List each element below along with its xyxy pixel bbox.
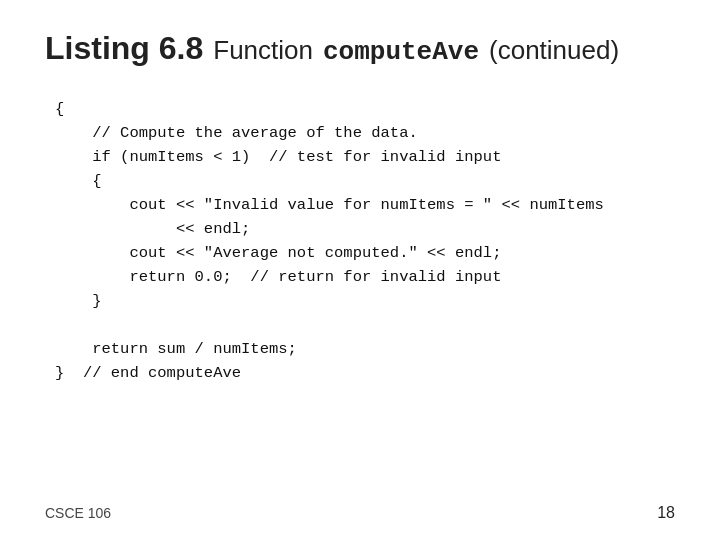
code-line: } <box>55 289 675 313</box>
footer: CSCE 106 18 <box>45 504 675 522</box>
listing-number: Listing 6.8 <box>45 30 203 67</box>
code-line: << endl; <box>55 217 675 241</box>
code-line: return sum / numItems; <box>55 337 675 361</box>
code-block: { // Compute the average of the data. if… <box>55 97 675 385</box>
slide-container: Listing 6.8 Function computeAve (continu… <box>0 0 720 540</box>
function-name: computeAve <box>323 37 479 67</box>
code-line: { <box>55 97 675 121</box>
course-label: CSCE 106 <box>45 505 111 521</box>
function-label: Function <box>213 35 313 66</box>
code-line: cout << "Average not computed." << endl; <box>55 241 675 265</box>
code-line <box>55 313 675 337</box>
code-line: // Compute the average of the data. <box>55 121 675 145</box>
code-line: } // end computeAve <box>55 361 675 385</box>
code-line: return 0.0; // return for invalid input <box>55 265 675 289</box>
page-number: 18 <box>657 504 675 522</box>
code-line: { <box>55 169 675 193</box>
title-row: Listing 6.8 Function computeAve (continu… <box>45 30 675 67</box>
code-line: if (numItems < 1) // test for invalid in… <box>55 145 675 169</box>
code-line: cout << "Invalid value for numItems = " … <box>55 193 675 217</box>
continued-label: (continued) <box>489 35 619 66</box>
